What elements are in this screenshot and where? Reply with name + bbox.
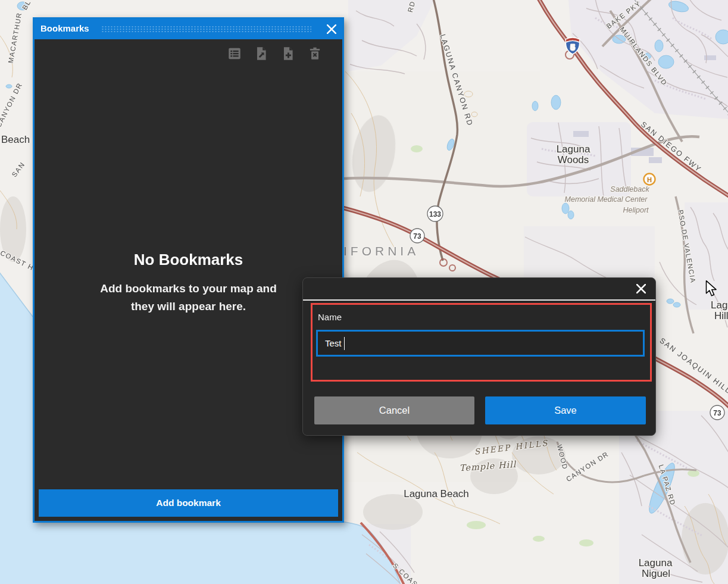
label-saddleback-3: Heliport: [623, 206, 649, 214]
name-field-group-highlight: Name Test: [311, 303, 652, 382]
route-73-number: 73: [413, 232, 421, 241]
app-window: 133 73 73 5 H Laguna Woods Laguna Hills …: [0, 0, 728, 584]
empty-state-message: Add bookmarks to your map and they will …: [90, 280, 287, 316]
bookmarks-panel-titlebar[interactable]: Bookmarks: [35, 19, 342, 39]
label-san: SAN: [11, 161, 27, 179]
dialog-close-button[interactable]: [636, 284, 646, 293]
bookmark-name-input[interactable]: Test: [316, 330, 645, 357]
label-canyon-dr-left: CANYON DR: [0, 82, 24, 129]
list-view-icon: [227, 46, 242, 61]
bookmark-name-value: Test: [325, 338, 342, 348]
close-icon: [327, 24, 336, 34]
label-laguna-hills: Laguna: [711, 299, 728, 311]
bookmarks-toolbar: [226, 45, 323, 62]
delete-bookmark-icon: [307, 46, 323, 61]
empty-state: No Bookmarks Add bookmarks to your map a…: [35, 251, 342, 316]
label-california: IFORNIA: [343, 244, 419, 258]
label-saddleback-2: Memorial Medical Center: [565, 195, 648, 204]
interstate-5-number: 5: [570, 43, 574, 52]
text-caret: [344, 337, 345, 350]
new-bookmark-page-button[interactable]: [280, 45, 296, 62]
delete-bookmark-button[interactable]: [307, 45, 323, 62]
save-button[interactable]: Save: [485, 396, 646, 424]
close-icon: [636, 284, 646, 293]
import-bookmark-icon: [254, 46, 269, 61]
route-73-south-number: 73: [713, 409, 721, 417]
import-bookmark-button[interactable]: [253, 45, 270, 62]
panel-close-button[interactable]: [327, 24, 336, 34]
dialog-header[interactable]: [303, 278, 655, 301]
heliport-letter: H: [647, 176, 652, 183]
route-shield-73-south: 73: [710, 405, 724, 420]
label-laguna-beach: Laguna Beach: [404, 488, 469, 499]
cancel-button[interactable]: Cancel: [314, 396, 474, 424]
empty-state-title: No Bookmarks: [35, 251, 342, 269]
label-laguna-woods: Laguna: [557, 143, 590, 155]
bookmarks-panel-body: No Bookmarks Add bookmarks to your map a…: [35, 39, 342, 521]
label-laguna-niguel: Laguna: [639, 557, 673, 569]
label-laguna-hills-2: Hills: [714, 310, 728, 321]
list-view-button[interactable]: [226, 45, 243, 62]
label-macarthur: MACARTHUR: [7, 12, 23, 64]
drag-grip-texture[interactable]: [101, 26, 311, 33]
route-shield-73: 73: [410, 229, 424, 243]
add-bookmark-button[interactable]: Add bookmark: [39, 489, 338, 517]
add-bookmark-dialog: Name Test Cancel Save: [302, 277, 656, 436]
name-field-label: Name: [318, 312, 342, 322]
label-beach: Beach: [1, 134, 30, 145]
bookmarks-panel: Bookmarks: [33, 17, 344, 523]
new-bookmark-page-icon: [280, 46, 296, 61]
panel-title: Bookmarks: [40, 23, 89, 33]
route-shield-133: 133: [427, 206, 443, 221]
label-laguna-woods-2: Woods: [558, 154, 589, 165]
label-laguna-niguel-2: Niguel: [642, 568, 670, 579]
label-saddleback: Saddleback: [610, 185, 649, 193]
heliport-marker: H: [644, 174, 655, 185]
route-133-number: 133: [429, 210, 441, 218]
